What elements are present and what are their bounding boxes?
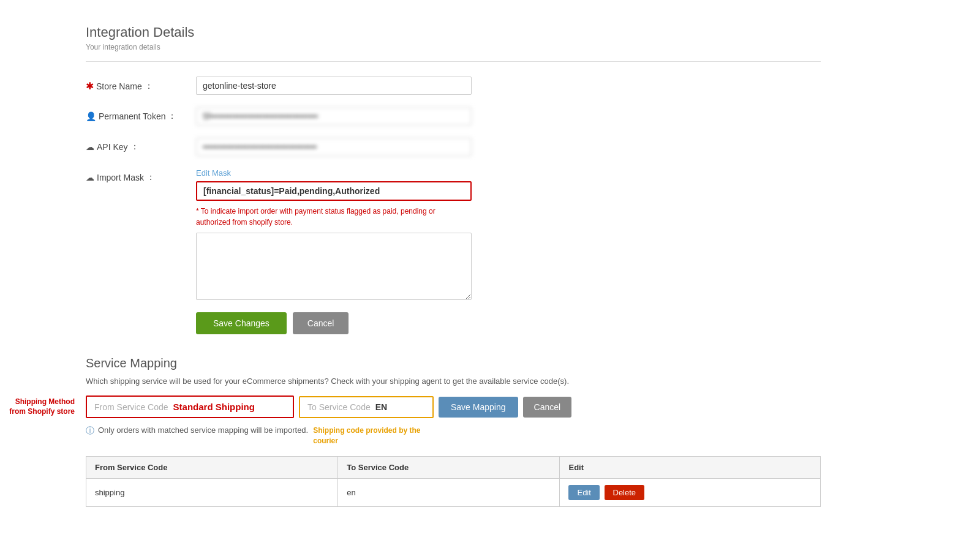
courier-note: Shipping code provided by the courier bbox=[313, 425, 420, 446]
permanent-token-row: 👤 Permanent Token ： bbox=[86, 107, 821, 126]
from-service-cell: shipping bbox=[86, 478, 338, 506]
from-service-highlight: Standard Shipping bbox=[173, 402, 255, 412]
service-mapping-title: Service Mapping bbox=[86, 356, 821, 370]
save-mapping-button[interactable]: Save Mapping bbox=[439, 397, 518, 418]
info-icon: ⓘ bbox=[86, 425, 94, 437]
required-star: ✱ bbox=[86, 80, 94, 92]
form-button-row: Save Changes Cancel bbox=[196, 312, 821, 334]
col-from-service: From Service Code bbox=[86, 456, 338, 478]
to-service-placeholder: To Service Code bbox=[307, 402, 371, 412]
import-mask-row: ☁ Import Mask ： Edit Mask * To indicate … bbox=[86, 168, 821, 300]
user-icon: 👤 bbox=[86, 111, 96, 121]
save-changes-button[interactable]: Save Changes bbox=[196, 312, 287, 334]
service-mapping-table: From Service Code To Service Code Edit s… bbox=[86, 456, 821, 507]
section-divider bbox=[86, 61, 821, 62]
edit-row-button[interactable]: Edit bbox=[568, 485, 599, 500]
from-service-placeholder: From Service Code bbox=[94, 402, 168, 412]
service-mapping-desc: Which shipping service will be used for … bbox=[86, 377, 821, 386]
service-input-row: Shipping Method from Shopify store From … bbox=[86, 395, 821, 418]
store-name-row: ✱ Store Name ： bbox=[86, 77, 821, 95]
col-edit: Edit bbox=[560, 456, 821, 478]
api-key-row: ☁ API Key ： bbox=[86, 138, 821, 156]
permanent-token-label: 👤 Permanent Token ： bbox=[86, 107, 196, 122]
import-mask-input[interactable] bbox=[196, 181, 472, 201]
shipping-method-label: Shipping Method from Shopify store bbox=[0, 397, 75, 418]
edit-mask-link[interactable]: Edit Mask bbox=[196, 168, 472, 178]
to-service-cell: en bbox=[338, 478, 560, 506]
api-key-input[interactable] bbox=[196, 138, 472, 156]
to-service-value: EN bbox=[375, 402, 387, 412]
table-header-row: From Service Code To Service Code Edit bbox=[86, 456, 821, 478]
import-mask-textarea[interactable] bbox=[196, 233, 472, 300]
store-name-label: ✱ Store Name ： bbox=[86, 77, 196, 92]
cancel-mapping-button[interactable]: Cancel bbox=[523, 397, 572, 418]
cloud-icon: ☁ bbox=[86, 142, 94, 152]
service-input-section: Shipping Method from Shopify store From … bbox=[86, 395, 821, 418]
table-body: shipping en Edit Delete bbox=[86, 478, 821, 506]
table-header: From Service Code To Service Code Edit bbox=[86, 456, 821, 478]
permanent-token-input[interactable] bbox=[196, 107, 472, 126]
col-to-service: To Service Code bbox=[338, 456, 560, 478]
import-mask-hint: * To indicate import order with payment … bbox=[196, 206, 472, 228]
page-title: Integration Details bbox=[86, 24, 821, 40]
only-orders-note: ⓘ Only orders with matched service mappi… bbox=[86, 425, 308, 437]
table-row: shipping en Edit Delete bbox=[86, 478, 821, 506]
api-key-label: ☁ API Key ： bbox=[86, 138, 196, 152]
notes-row: ⓘ Only orders with matched service mappi… bbox=[86, 425, 821, 446]
cancel-button[interactable]: Cancel bbox=[293, 312, 349, 334]
store-name-input[interactable] bbox=[196, 77, 472, 95]
cloud-icon-2: ☁ bbox=[86, 173, 94, 182]
edit-cell: Edit Delete bbox=[560, 478, 821, 506]
page-subtitle: Your integration details bbox=[86, 43, 821, 51]
import-mask-wrapper: Edit Mask * To indicate import order wit… bbox=[196, 168, 472, 300]
import-mask-label: ☁ Import Mask ： bbox=[86, 168, 196, 183]
delete-row-button[interactable]: Delete bbox=[605, 485, 645, 500]
to-service-input-container[interactable]: To Service Code EN bbox=[299, 396, 434, 418]
from-service-input-container[interactable]: From Service Code Standard Shipping bbox=[86, 395, 294, 418]
